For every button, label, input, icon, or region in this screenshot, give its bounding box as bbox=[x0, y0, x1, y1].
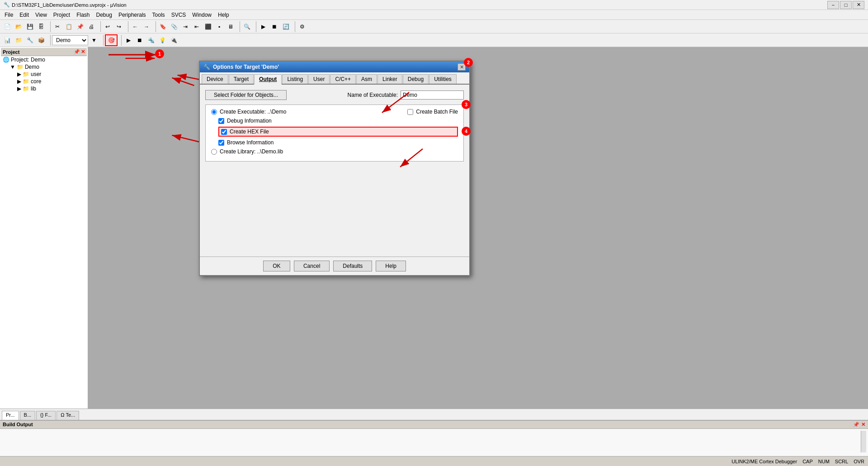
create-lib-radio[interactable] bbox=[211, 149, 217, 155]
build-output-close[interactable]: ✕ bbox=[861, 422, 865, 428]
dialog-body: Select Folder for Objects... Name of Exe… bbox=[200, 85, 469, 257]
minimize-button[interactable]: − bbox=[827, 1, 839, 9]
menu-edit[interactable]: Edit bbox=[17, 11, 32, 19]
tree-root[interactable]: 🌐 Project: Demo bbox=[1, 56, 87, 63]
window-title: D:\STM32F1_LibDemo\user\Demo.uvprojx - µ… bbox=[12, 2, 127, 8]
btab-project[interactable]: Pr... bbox=[2, 411, 19, 420]
dialog-close-button[interactable]: ✕ bbox=[458, 63, 466, 71]
ok-button[interactable]: OK bbox=[263, 261, 290, 271]
tree-core[interactable]: ▶ 📁 core bbox=[15, 78, 87, 85]
build-output-pin[interactable]: 📌 bbox=[853, 422, 859, 428]
view-btn[interactable]: 🖥 bbox=[225, 21, 236, 32]
menu-flash[interactable]: Flash bbox=[74, 11, 92, 19]
manage-other-btn3[interactable]: 🔌 bbox=[168, 35, 179, 46]
nav-back-button[interactable]: ← bbox=[130, 21, 141, 32]
dialog-tabs: Device Target Output Listing User C/C++ … bbox=[200, 72, 469, 85]
tree-lib[interactable]: ▶ 📁 lib bbox=[15, 85, 87, 92]
tab-asm[interactable]: Asm bbox=[356, 74, 377, 84]
tab-listing[interactable]: Listing bbox=[282, 74, 308, 84]
btab-books[interactable]: B... bbox=[20, 411, 36, 420]
tree-demo[interactable]: ▼ 📁 Demo bbox=[8, 63, 87, 71]
menu-view[interactable]: View bbox=[33, 11, 50, 19]
print-button[interactable]: 🖨 bbox=[86, 21, 97, 32]
menu-tools[interactable]: Tools bbox=[150, 11, 168, 19]
redo-button[interactable]: ↪ bbox=[113, 21, 124, 32]
menu-project[interactable]: Project bbox=[51, 11, 73, 19]
browse-info-checkbox[interactable] bbox=[218, 140, 224, 146]
tree-expand-icon4: ▶ bbox=[17, 86, 21, 92]
select-folder-button[interactable]: Select Folder for Objects... bbox=[205, 90, 287, 100]
btab-functions[interactable]: {} F... bbox=[36, 411, 56, 420]
tab-target[interactable]: Target bbox=[229, 74, 254, 84]
create-exe-radio[interactable] bbox=[211, 109, 217, 115]
badge-4: 4 bbox=[462, 127, 471, 136]
cancel-button[interactable]: Cancel bbox=[294, 261, 330, 271]
exe-name-input[interactable] bbox=[401, 90, 464, 100]
options-for-target-button[interactable]: 🎯 bbox=[105, 34, 118, 46]
manage-other-btn2[interactable]: 💡 bbox=[157, 35, 168, 46]
scrl-indicator: SCRL bbox=[835, 459, 848, 464]
tab-linker[interactable]: Linker bbox=[377, 74, 402, 84]
t2-btn3[interactable]: 🔧 bbox=[24, 35, 35, 46]
menu-peripherals[interactable]: Peripherals bbox=[116, 11, 149, 19]
save-button[interactable]: 💾 bbox=[24, 21, 35, 32]
tab-output[interactable]: Output bbox=[254, 74, 282, 85]
defaults-button[interactable]: Defaults bbox=[333, 261, 372, 271]
run-btn1[interactable]: ▶ bbox=[258, 21, 269, 32]
undo-button[interactable]: ↩ bbox=[102, 21, 113, 32]
ovr-indicator: OVR bbox=[854, 459, 864, 464]
settings-btn[interactable]: ⚙ bbox=[297, 21, 307, 32]
run-btn2[interactable]: ⏹ bbox=[269, 21, 280, 32]
debug-info-checkbox[interactable] bbox=[218, 118, 224, 124]
tab-cpp[interactable]: C/C++ bbox=[330, 74, 356, 84]
help-button[interactable]: Help bbox=[376, 261, 406, 271]
browse-info-row: Browse Information bbox=[218, 139, 458, 146]
tab-user[interactable]: User bbox=[308, 74, 330, 84]
search-btn[interactable]: 🔍 bbox=[241, 21, 252, 32]
close-window-button[interactable]: ✕ bbox=[853, 1, 864, 9]
paste-button[interactable]: 📌 bbox=[75, 21, 85, 32]
cut-button[interactable]: ✂ bbox=[52, 21, 63, 32]
sep6 bbox=[254, 21, 256, 32]
hex-row-container: 4 Create HEX File bbox=[218, 127, 458, 137]
t2-btn4[interactable]: 📦 bbox=[36, 35, 47, 46]
maximize-button[interactable]: □ bbox=[840, 1, 852, 9]
menu-svcs[interactable]: SVCS bbox=[169, 11, 189, 19]
copy-button[interactable]: 📋 bbox=[63, 21, 74, 32]
menu-debug[interactable]: Debug bbox=[94, 11, 115, 19]
save-all-button[interactable]: 🗄 bbox=[36, 21, 47, 32]
indent-btn1[interactable]: ⇥ bbox=[180, 21, 191, 32]
target-select[interactable]: Demo bbox=[52, 35, 88, 45]
indent-btn4[interactable]: ▪ bbox=[214, 21, 225, 32]
manage-stop-btn[interactable]: ⏹ bbox=[134, 35, 145, 46]
dialog-icon: 🔧 bbox=[203, 64, 210, 70]
run-btn3[interactable]: 🔄 bbox=[280, 21, 291, 32]
btab-templates[interactable]: Ω Te... bbox=[57, 411, 79, 420]
create-batch-checkbox[interactable] bbox=[407, 109, 413, 115]
menu-help[interactable]: Help bbox=[215, 11, 232, 19]
tree-lib-label: lib bbox=[31, 86, 36, 92]
tab-utilities[interactable]: Utilities bbox=[429, 74, 457, 84]
main-area: Project 📌 ✕ 🌐 Project: Demo ▼ 📁 Demo ▶ 📁… bbox=[0, 47, 868, 409]
tree-core-label: core bbox=[31, 78, 41, 85]
bookmark-btn2[interactable]: 📎 bbox=[169, 21, 179, 32]
tab-debug[interactable]: Debug bbox=[403, 74, 429, 84]
tab-device[interactable]: Device bbox=[202, 74, 228, 84]
create-hex-checkbox[interactable] bbox=[221, 129, 227, 135]
open-button[interactable]: 📂 bbox=[13, 21, 24, 32]
new-file-button[interactable]: 📄 bbox=[2, 21, 13, 32]
panel-close-icon[interactable]: ✕ bbox=[81, 49, 85, 55]
indent-btn2[interactable]: ⇤ bbox=[191, 21, 202, 32]
tree-user[interactable]: ▶ 📁 user bbox=[15, 71, 87, 78]
manage-other-btn1[interactable]: 🔩 bbox=[146, 35, 156, 46]
indent-btn3[interactable]: ⬛ bbox=[203, 21, 213, 32]
menu-window[interactable]: Window bbox=[189, 11, 214, 19]
bookmark-btn1[interactable]: 🔖 bbox=[157, 21, 168, 32]
nav-fwd-button[interactable]: → bbox=[141, 21, 152, 32]
target-dropdown[interactable]: ▼ bbox=[89, 35, 99, 46]
t2-btn2[interactable]: 📁 bbox=[13, 35, 24, 46]
panel-pin-icon[interactable]: 📌 bbox=[74, 49, 80, 55]
manage-run-btn[interactable]: ▶ bbox=[123, 35, 134, 46]
menu-file[interactable]: File bbox=[2, 11, 16, 19]
t2-btn1[interactable]: 📊 bbox=[2, 35, 13, 46]
